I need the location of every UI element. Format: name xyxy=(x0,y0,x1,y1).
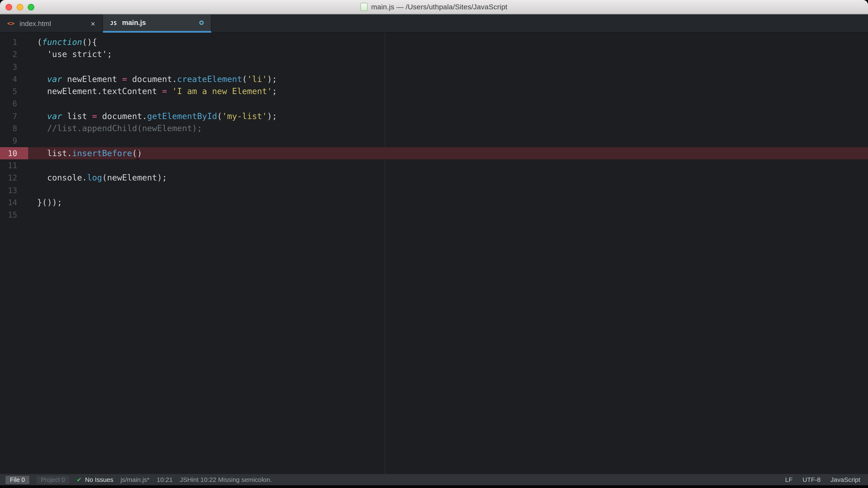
status-lint-message: JSHint 10:22 Missing semicolon. xyxy=(180,476,272,483)
tab-bar: <> index.html × JS main.js xyxy=(0,14,868,33)
modified-indicator-icon xyxy=(199,21,204,25)
line-number: 4 xyxy=(0,73,28,85)
close-window-button[interactable] xyxy=(5,4,12,10)
line-number: 6 xyxy=(0,98,28,110)
line-number: 10 xyxy=(0,147,28,159)
title-group: main.js — /Users/uthpala/Sites/JavaScrip… xyxy=(361,3,507,11)
code-line[interactable] xyxy=(28,208,868,221)
check-icon: ✔ xyxy=(76,476,82,483)
tab-index-html[interactable]: <> index.html × xyxy=(0,14,103,33)
line-number: 3 xyxy=(0,61,28,73)
app-window: main.js — /Users/uthpala/Sites/JavaScrip… xyxy=(0,0,868,488)
line-number: 13 xyxy=(0,184,28,196)
ibeam-cursor xyxy=(135,151,140,160)
code-line[interactable]: (function(){ xyxy=(28,36,868,48)
code-line[interactable]: var list = document.getElementById('my-l… xyxy=(28,110,868,122)
status-cursor-position: 10:21 xyxy=(157,476,173,483)
line-number: 1 xyxy=(0,36,28,48)
html-file-icon: <> xyxy=(7,20,14,27)
line-number: 14 xyxy=(0,196,28,208)
window-controls xyxy=(5,0,34,14)
line-number: 15 xyxy=(0,208,28,221)
line-number: 5 xyxy=(0,85,28,98)
status-line-ending: LF xyxy=(785,476,793,483)
minimize-window-button[interactable] xyxy=(17,4,23,10)
status-project-count[interactable]: Project 0 xyxy=(36,476,69,484)
window-bottom-edge xyxy=(0,485,868,488)
code-line[interactable]: var newElement = document.createElement(… xyxy=(28,73,868,85)
line-number: 12 xyxy=(0,171,28,184)
line-number: 8 xyxy=(0,123,28,135)
status-right-group: LF UTF-8 JavaScript xyxy=(785,476,863,483)
status-file-count[interactable]: File 0 xyxy=(5,476,29,484)
code-line[interactable] xyxy=(28,98,868,110)
lint-status-label: No Issues xyxy=(85,476,113,483)
status-file-path: js/main.js* xyxy=(121,476,150,483)
line-number: 9 xyxy=(0,135,28,147)
tab-main-js[interactable]: JS main.js xyxy=(103,14,212,33)
code-line[interactable] xyxy=(28,135,868,147)
code-line[interactable]: list.insertBefore() xyxy=(28,147,868,159)
editor-window: main.js — /Users/uthpala/Sites/JavaScrip… xyxy=(0,0,868,488)
status-bar: File 0 Project 0 ✔ No Issues js/main.js*… xyxy=(0,474,868,485)
line-number: 2 xyxy=(0,48,28,61)
code-line[interactable]: newElement.textContent = 'I am a new Ele… xyxy=(28,85,868,98)
zoom-window-button[interactable] xyxy=(28,4,34,10)
tab-label: index.html xyxy=(20,20,51,28)
close-tab-icon[interactable]: × xyxy=(91,20,95,28)
line-number: 7 xyxy=(0,110,28,122)
status-encoding: UTF-8 xyxy=(803,476,820,483)
js-file-icon: JS xyxy=(110,20,117,26)
code-line[interactable]: console.log(newElement); xyxy=(28,171,868,184)
code-line[interactable]: }()); xyxy=(28,196,868,208)
code-line[interactable] xyxy=(28,61,868,73)
code-line[interactable]: 'use strict'; xyxy=(28,48,868,61)
tab-label: main.js xyxy=(122,19,146,27)
lint-status[interactable]: ✔ No Issues xyxy=(76,476,113,483)
titlebar[interactable]: main.js — /Users/uthpala/Sites/JavaScrip… xyxy=(0,0,868,14)
code-line[interactable] xyxy=(28,184,868,196)
code-line[interactable] xyxy=(28,159,868,171)
line-number: 11 xyxy=(0,159,28,171)
document-icon xyxy=(361,3,368,11)
code-lines: (function(){ 'use strict'; var newElemen… xyxy=(28,36,868,221)
window-title: main.js — /Users/uthpala/Sites/JavaScrip… xyxy=(371,3,507,11)
code-editor[interactable]: 123456789101112131415 (function(){ 'use … xyxy=(0,33,868,474)
code-line[interactable]: //list.appendChild(newElement); xyxy=(28,123,868,135)
gutter: 123456789101112131415 xyxy=(0,36,28,221)
status-language[interactable]: JavaScript xyxy=(831,476,860,483)
